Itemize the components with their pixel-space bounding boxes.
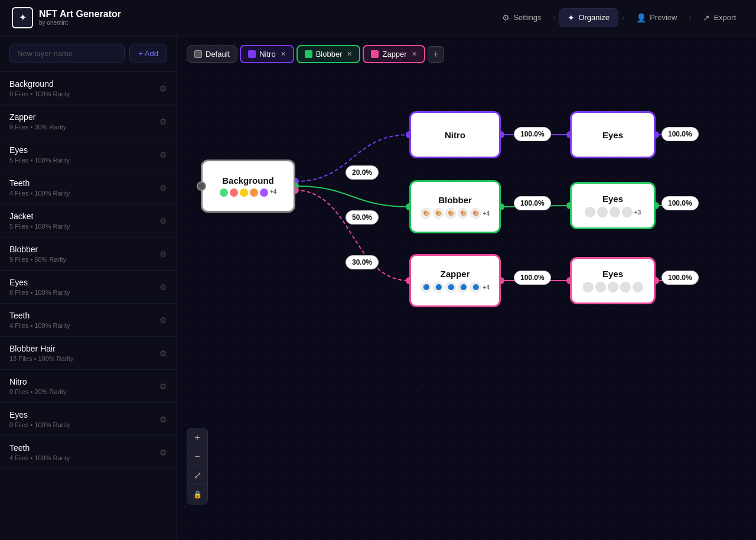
layer-item[interactable]: Eyes 5 Files • 100% Rarity ⚙: [0, 138, 177, 171]
eb-t2: [597, 207, 608, 217]
layer-item[interactable]: Nitro 0 Files • 20% Rarity ⚙: [0, 370, 177, 403]
tab-default[interactable]: Default: [187, 45, 237, 63]
layer-item[interactable]: Teeth 4 Files • 100% Rarity ⚙: [0, 436, 177, 469]
layer-item[interactable]: Eyes 0 Files • 100% Rarity ⚙: [0, 403, 177, 436]
main-layout: + Add Background 9 Files • 100% Rarity ⚙…: [0, 35, 756, 540]
layer-name: Jacket: [9, 212, 70, 221]
node-background[interactable]: Background +4: [201, 160, 295, 213]
gear-icon[interactable]: ⚙: [159, 282, 167, 292]
gear-icon[interactable]: ⚙: [159, 448, 167, 457]
color-red: [230, 188, 238, 197]
new-layer-input[interactable]: [9, 44, 125, 63]
pct-eyes-nitro-out: 100.0%: [662, 127, 699, 141]
layer-meta: 4 Files • 100% Rarity: [9, 454, 70, 461]
layer-item[interactable]: Teeth 4 Files • 100% Rarity ⚙: [0, 171, 177, 204]
layer-name: Teeth: [9, 443, 70, 453]
layer-item[interactable]: Zapper 9 Files • 30% Rarity ⚙: [0, 105, 177, 138]
blobber-thumbs: 🎨 🎨 🎨 🎨 🎨 +4: [421, 208, 489, 219]
gear-icon[interactable]: ⚙: [159, 315, 167, 325]
node-zapper[interactable]: Zapper 🔵 🔵 🔵 🔵 🔵 +4: [409, 254, 501, 307]
layer-info: Eyes 5 Files • 100% Rarity: [9, 145, 70, 164]
layer-meta: 9 Files • 30% Rarity: [9, 123, 66, 131]
node-nitro-label: Nitro: [445, 130, 465, 140]
zoom-in-button[interactable]: +: [187, 428, 207, 447]
background-colors: +4: [220, 188, 276, 197]
layer-meta: 9 Files • 50% Rarity: [9, 256, 66, 263]
tab-blobber[interactable]: Blobber ✕: [296, 45, 361, 63]
zthumb-2: 🔵: [433, 282, 444, 292]
pct-zapper-eyes: 100.0%: [514, 271, 551, 285]
tab-nitro[interactable]: Nitro ✕: [240, 45, 294, 63]
eyes-blobber-thumbs: +3: [585, 207, 641, 217]
nav-sep-2: ›: [622, 14, 624, 22]
zoom-out-button[interactable]: −: [187, 447, 207, 466]
tab-preview[interactable]: 👤 Preview: [628, 9, 685, 27]
layer-item[interactable]: Background 9 Files • 100% Rarity ⚙: [0, 72, 177, 105]
pct-blobber: 50.0%: [346, 210, 379, 225]
node-zapper-label: Zapper: [440, 269, 470, 279]
layer-item[interactable]: Teeth 4 Files • 100% Rarity ⚙: [0, 304, 177, 337]
pct-nitro: 20.0%: [346, 165, 379, 180]
node-nitro[interactable]: Nitro: [409, 111, 501, 158]
close-blobber-tab[interactable]: ✕: [347, 50, 352, 58]
add-collection-tab[interactable]: +: [428, 46, 444, 63]
node-blobber[interactable]: Blobber 🎨 🎨 🎨 🎨 🎨 +4: [409, 180, 501, 233]
nav-tabs: ⚙ Settings › ✦ Organize › 👤 Preview › ↗ …: [494, 8, 744, 27]
layer-name: Background: [9, 79, 70, 89]
settings-icon: ⚙: [502, 13, 510, 22]
tab-organize[interactable]: ✦ Organize: [559, 8, 618, 27]
layer-info: Eyes 8 Files • 100% Rarity: [9, 278, 70, 296]
layer-meta: 0 Files • 100% Rarity: [9, 421, 70, 428]
layer-item[interactable]: Jacket 5 Files • 100% Rarity ⚙: [0, 204, 177, 238]
gear-icon[interactable]: ⚙: [159, 382, 167, 391]
gear-icon[interactable]: ⚙: [159, 117, 167, 126]
node-blobber-label: Blobber: [438, 195, 472, 205]
layer-info: Jacket 5 Files • 100% Rarity: [9, 212, 70, 230]
collection-tabs: Default Nitro ✕ Blobber ✕ Zapper ✕ +: [187, 45, 444, 63]
layer-item[interactable]: Blobber 9 Files • 50% Rarity ⚙: [0, 238, 177, 271]
ez-t4: [620, 282, 631, 292]
gear-icon[interactable]: ⚙: [159, 183, 167, 193]
tab-settings[interactable]: ⚙ Settings: [494, 9, 549, 27]
pct-nitro-eyes: 100.0%: [514, 127, 551, 141]
layer-item[interactable]: Blobber Hair 13 Files • 100% Rarity ⚙: [0, 337, 177, 370]
close-nitro-tab[interactable]: ✕: [281, 50, 286, 58]
layer-meta: 4 Files • 100% Rarity: [9, 190, 70, 197]
pct-zapper: 30.0%: [346, 255, 379, 269]
gear-icon[interactable]: ⚙: [159, 216, 167, 226]
blobber-extra: +4: [483, 210, 489, 217]
tab-export[interactable]: ↗ Export: [695, 9, 744, 27]
layer-info: Blobber 9 Files • 50% Rarity: [9, 245, 66, 263]
layer-item[interactable]: Eyes 8 Files • 100% Rarity ⚙: [0, 271, 177, 304]
add-layer-form: + Add: [9, 44, 167, 63]
gear-icon[interactable]: ⚙: [159, 150, 167, 160]
node-eyes-blobber[interactable]: Eyes +3: [570, 182, 656, 229]
add-layer-section: + Add: [0, 35, 177, 72]
tab-zapper[interactable]: Zapper ✕: [363, 45, 425, 63]
close-zapper-tab[interactable]: ✕: [412, 50, 417, 58]
layer-info: Teeth 4 Files • 100% Rarity: [9, 311, 70, 329]
layer-meta: 5 Files • 100% Rarity: [9, 157, 70, 164]
eb-t1: [585, 207, 595, 217]
fit-button[interactable]: ⤢: [187, 466, 207, 485]
zoom-controls: + − ⤢ 🔒: [187, 428, 208, 505]
node-eyes-zapper[interactable]: Eyes: [570, 257, 656, 304]
logo: ✦ NFT Art Generator by onemint: [12, 7, 121, 28]
app-name: NFT Art Generator: [39, 9, 121, 19]
color-green: [220, 188, 228, 197]
layer-name: Blobber: [9, 245, 66, 254]
export-icon: ↗: [703, 13, 710, 22]
canvas-area[interactable]: Default Nitro ✕ Blobber ✕ Zapper ✕ +: [177, 35, 756, 540]
ez-t3: [608, 282, 618, 292]
gear-icon[interactable]: ⚙: [159, 84, 167, 93]
layer-info: Blobber Hair 13 Files • 100% Rarity: [9, 344, 73, 362]
lock-button[interactable]: 🔒: [187, 485, 207, 504]
gear-icon[interactable]: ⚙: [159, 349, 167, 358]
zapper-thumbs: 🔵 🔵 🔵 🔵 🔵 +4: [421, 282, 489, 292]
gear-icon[interactable]: ⚙: [159, 415, 167, 424]
node-eyes-nitro[interactable]: Eyes: [570, 111, 656, 158]
layer-info: Teeth 4 Files • 100% Rarity: [9, 443, 70, 461]
eyes-blobber-extra: +3: [634, 209, 641, 216]
add-layer-button[interactable]: + Add: [129, 44, 167, 63]
gear-icon[interactable]: ⚙: [159, 249, 167, 259]
